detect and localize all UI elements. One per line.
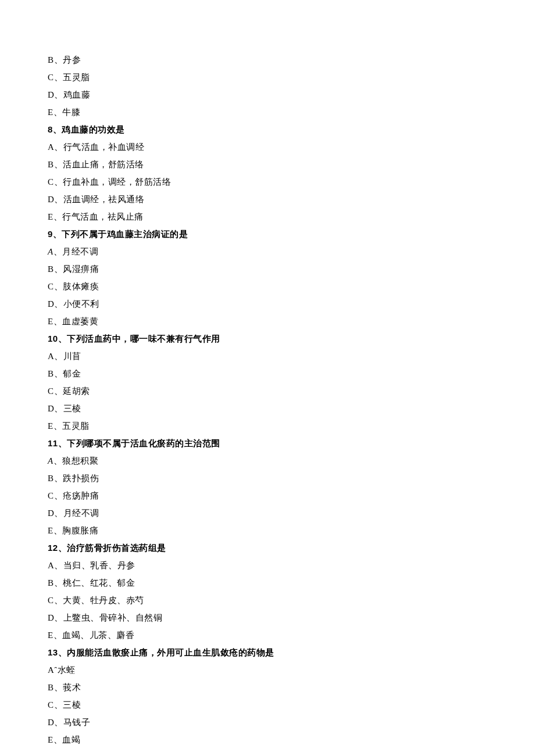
option-9-A: A、月经不调: [48, 243, 487, 260]
question-13: 13、内服能活血散瘀止痛，外用可止血生肌敛疮的药物是: [48, 644, 487, 661]
option-12-C: C、大黄、牡丹皮、赤芍: [48, 592, 487, 609]
option-11-E: E、胸腹胀痛: [48, 522, 487, 539]
option-text: 、月经不调: [54, 247, 99, 256]
option-10-B: B、郁金: [48, 365, 487, 382]
option-9-E: E、血虚萎黄: [48, 313, 487, 330]
option-8-B: B、活血止痛，舒筋活络: [48, 156, 487, 173]
question-9: 9、下列不属于鸡血藤主治病证的是: [48, 225, 487, 243]
option-12-D: D、上鳖虫、骨碎补、自然铜: [48, 609, 487, 626]
option-letter: A: [48, 247, 54, 256]
option-7-C: C、五灵脂: [48, 69, 487, 86]
option-9-C: C、肢体瘫痪: [48, 278, 487, 295]
option-letter: A: [48, 456, 54, 465]
option-13-B: B、莪术: [48, 679, 487, 696]
option-7-E: E、牛膝: [48, 103, 487, 121]
question-8: 8、鸡血藤的功效是: [48, 121, 487, 138]
option-7-D: D、鸡血藤: [48, 86, 487, 103]
option-8-C: C、行血补血，调经，舒筋活络: [48, 173, 487, 191]
option-8-E: E、行气活血，祛风止痛: [48, 208, 487, 225]
question-11: 11、下列哪项不属于活血化瘀药的主治范围: [48, 435, 487, 452]
option-12-B: B、桃仁、红花、郁金: [48, 574, 487, 592]
option-9-B: B、风湿痹痛: [48, 260, 487, 278]
question-12: 12、治疗筋骨折伤首选药组是: [48, 539, 487, 557]
option-11-B: B、跌扑损伤: [48, 470, 487, 487]
option-13-A: Aˆ水蛭: [48, 661, 487, 679]
option-11-C: C、疮疡肿痛: [48, 487, 487, 504]
option-11-A: A、狼想积聚: [48, 452, 487, 470]
option-12-A: A、当归、乳香、丹参: [48, 557, 487, 574]
option-10-C: C、延胡索: [48, 382, 487, 400]
option-7-B: B、丹参: [48, 51, 487, 69]
option-text: 、狼想积聚: [54, 456, 99, 465]
question-10: 10、下列活血药中，哪一味不兼有行气作用: [48, 330, 487, 347]
option-12-E: E、血竭、儿茶、麝香: [48, 626, 487, 644]
option-13-D: D、马钱子: [48, 714, 487, 731]
option-9-D: D、小便不利: [48, 295, 487, 313]
option-8-A: A、行气活血，补血调经: [48, 138, 487, 156]
option-13-C: C、三棱: [48, 696, 487, 714]
option-10-E: E、五灵脂: [48, 417, 487, 435]
option-13-E: E、血竭: [48, 731, 487, 748]
option-10-A: A、川苜: [48, 347, 487, 365]
option-10-D: D、三棱: [48, 400, 487, 417]
option-8-D: D、活血调经，祛风通络: [48, 191, 487, 208]
option-11-D: D、月经不调: [48, 504, 487, 522]
